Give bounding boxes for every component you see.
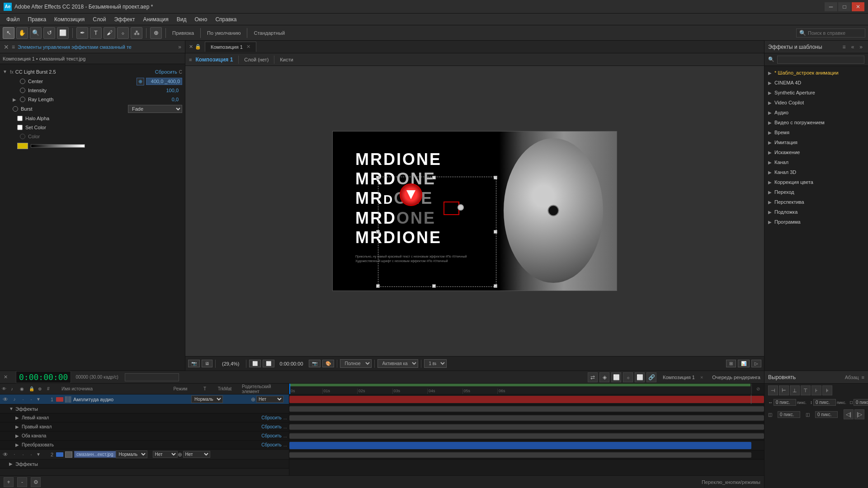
layer1-audio-btn[interactable]: ♪ bbox=[11, 397, 18, 402]
render-queue-btn[interactable]: Очередь рендеринга bbox=[712, 375, 760, 380]
layer2-mode[interactable]: Нормаль bbox=[116, 450, 147, 458]
views-count[interactable]: 1 вид bbox=[424, 359, 447, 368]
layer2-vis-btn[interactable]: 👁 bbox=[2, 451, 9, 458]
tool-puppet[interactable]: ⁂ bbox=[131, 27, 142, 39]
layer2-solo-btn[interactable]: · bbox=[20, 452, 26, 457]
sel-handle-tr[interactable] bbox=[494, 176, 497, 179]
audio-btn-2[interactable]: |▷ bbox=[854, 409, 864, 419]
resolution-dropdown[interactable]: Полное bbox=[340, 359, 372, 368]
effects-expand-1[interactable]: ▼ bbox=[9, 406, 15, 411]
minimize-button[interactable]: ─ bbox=[825, 2, 837, 11]
tool-pen[interactable]: ✒ bbox=[76, 27, 88, 39]
set-color-checkbox[interactable] bbox=[17, 125, 23, 130]
category-simulation[interactable]: ▶ Имитация bbox=[764, 137, 868, 147]
spacing-row2-2[interactable] bbox=[815, 411, 838, 418]
effect-rc-reset[interactable]: Сбросить bbox=[261, 424, 281, 429]
center-crosshair-btn[interactable]: ⊕ bbox=[137, 78, 144, 85]
category-perspective[interactable]: ▶ Перспектива bbox=[764, 197, 868, 207]
playhead[interactable] bbox=[289, 384, 290, 394]
audio-btn-1[interactable]: ◁| bbox=[844, 409, 854, 419]
graph-btn[interactable]: 📊 bbox=[738, 360, 750, 367]
add-layer-btn[interactable]: + bbox=[4, 477, 14, 487]
effect-right-channel[interactable]: ▶ Правый канал Сбросить ... bbox=[0, 422, 289, 432]
layer-row-1[interactable]: 👁 ♪ · · ▼ 1 Амплитуда аудио Нормаль bbox=[0, 394, 289, 404]
safe-frames-btn[interactable]: ⬜ bbox=[263, 360, 274, 367]
category-distort[interactable]: ▶ Искажение bbox=[764, 147, 868, 157]
layer1-solo-btn[interactable]: · bbox=[20, 397, 26, 402]
layer-row-2[interactable]: 👁 · · · ▼ 2 смазанн...екст.jpg Нормаль bbox=[0, 450, 289, 460]
tool-brush[interactable]: 🖌 bbox=[104, 27, 115, 39]
menu-effect[interactable]: Эффект bbox=[110, 15, 138, 24]
comp-panel-lock[interactable]: 🔒 bbox=[195, 44, 201, 50]
tool-zoom[interactable]: 🔍 bbox=[30, 27, 42, 39]
monitor-btn[interactable]: 🖥 bbox=[202, 360, 212, 367]
effects-panel-close[interactable]: ✕ bbox=[4, 43, 9, 51]
intensity-value[interactable]: 100,0 bbox=[142, 88, 179, 93]
effect-left-channel[interactable]: ▶ Левый канал Сбросить ... bbox=[0, 413, 289, 422]
category-cinema4d[interactable]: ▶ CINEMA 4D bbox=[764, 78, 868, 88]
spacing-v-input[interactable] bbox=[813, 399, 836, 406]
settings-btn[interactable]: ⚙ bbox=[31, 477, 41, 487]
menu-layer[interactable]: Слой bbox=[89, 15, 109, 24]
layer2-trkmat[interactable]: Нет bbox=[153, 451, 178, 458]
spacing-row2-1[interactable] bbox=[778, 411, 800, 418]
category-matte[interactable]: ▶ Подложка bbox=[764, 207, 868, 217]
effect-tr-reset[interactable]: Сбросить bbox=[261, 442, 281, 447]
tool-rotate[interactable]: ↺ bbox=[43, 27, 55, 39]
sel-handle-ml[interactable] bbox=[376, 230, 380, 234]
timecode-display[interactable]: 0:00:00:00 bbox=[16, 371, 71, 383]
category-program[interactable]: ▶ Программа bbox=[764, 217, 868, 227]
align-menu[interactable]: ≡ bbox=[862, 375, 864, 380]
align-top-btn[interactable]: ⊤ bbox=[801, 385, 811, 395]
layer2-audio-btn[interactable]: · bbox=[11, 452, 18, 457]
tl-tool-6[interactable]: 🔗 bbox=[646, 372, 656, 382]
sel-handle-bl[interactable] bbox=[376, 284, 380, 288]
comp-tab-main[interactable]: Композиция 1 ✕ bbox=[205, 42, 256, 52]
menu-animation[interactable]: Анимация bbox=[139, 15, 172, 24]
ray-length-value[interactable]: 0,0 bbox=[142, 97, 179, 102]
sel-handle-br[interactable] bbox=[494, 284, 497, 288]
tl-tool-3[interactable]: ⬜ bbox=[611, 372, 621, 382]
grid-btn[interactable]: ⊞ bbox=[726, 360, 736, 367]
tl-tool-1[interactable]: ⇄ bbox=[588, 372, 598, 382]
layer2-lock-btn[interactable]: · bbox=[28, 452, 34, 457]
search-input[interactable] bbox=[808, 30, 862, 36]
comp-tab-close[interactable]: ✕ bbox=[246, 44, 250, 50]
tl-tool-5[interactable]: ⬜ bbox=[635, 372, 645, 382]
effects-presets-expand[interactable]: « bbox=[849, 43, 856, 51]
menu-help[interactable]: Справка bbox=[212, 15, 240, 24]
effect-both-channels[interactable]: ▶ Оба канала Сбросить ... bbox=[0, 432, 289, 441]
fit-view-btn[interactable]: ⬜ bbox=[249, 360, 261, 367]
align-right-btn[interactable]: ⊥ bbox=[790, 385, 800, 395]
effects-subheader-2[interactable]: ▶ Эффекты bbox=[0, 460, 289, 469]
category-immersive[interactable]: ▶ Видео с погружением bbox=[764, 117, 868, 127]
tool-hand[interactable]: ✋ bbox=[16, 27, 28, 39]
maximize-button[interactable]: □ bbox=[838, 2, 851, 11]
layer2-parent-picker[interactable]: ⊕ bbox=[178, 451, 182, 458]
category-video-copilot[interactable]: ▶ Video Copilot bbox=[764, 98, 868, 108]
layer2-collapse-btn[interactable]: ▼ bbox=[36, 452, 42, 457]
tool-anchor[interactable]: ⊕ bbox=[150, 27, 162, 39]
spacing-h-input[interactable] bbox=[774, 399, 796, 406]
category-transition[interactable]: ▶ Переход bbox=[764, 187, 868, 197]
current-time-display[interactable]: 0:00:00:00 bbox=[276, 361, 307, 366]
comp-menu-btn[interactable]: ≡ bbox=[189, 57, 192, 62]
track-2[interactable] bbox=[289, 441, 764, 450]
layer1-lock-btn[interactable]: · bbox=[28, 397, 34, 402]
layer1-parent-picker[interactable]: ⊕ bbox=[251, 396, 255, 403]
tool-text[interactable]: T bbox=[90, 27, 102, 39]
sel-handle-tl[interactable] bbox=[376, 176, 380, 179]
panel-close-btn[interactable]: ✕ bbox=[189, 44, 193, 50]
menu-edit[interactable]: Правка bbox=[24, 15, 50, 24]
snapshot-btn[interactable]: 📷 bbox=[188, 360, 200, 367]
search-layer-input[interactable] bbox=[125, 373, 179, 381]
halo-alpha-checkbox[interactable] bbox=[17, 116, 23, 121]
color-gradient-bar[interactable] bbox=[31, 144, 85, 148]
align-center-v-btn[interactable]: ⊦ bbox=[811, 385, 821, 395]
effects-panel-menu[interactable]: ≡ bbox=[12, 44, 15, 50]
effect-bc-reset[interactable]: Сбросить bbox=[261, 433, 281, 438]
color-picker-btn[interactable]: 🎨 bbox=[322, 360, 334, 367]
ray-length-expand[interactable]: ▶ bbox=[13, 97, 18, 102]
tool-stamp[interactable]: ⬦ bbox=[117, 27, 129, 39]
close-button[interactable]: ✕ bbox=[852, 2, 864, 11]
